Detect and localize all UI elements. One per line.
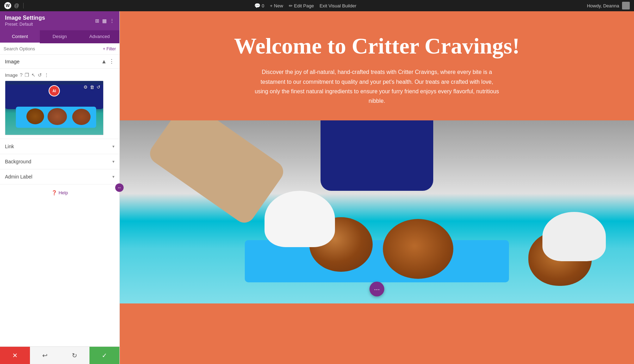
image-section-title: Image	[5, 58, 20, 64]
howdy-text: Howdy, Deanna	[587, 3, 619, 8]
link-section[interactable]: Link ▾	[0, 139, 119, 154]
comments-icon[interactable]: 💬 0	[254, 3, 264, 8]
save-icon: ✓	[102, 352, 107, 359]
top-bar: W @ 💬 0 + New ✏ Edit Page Exit Visual Bu…	[0, 0, 634, 11]
sidebar: Image Settings Preset: Default ⊞ ▦ ⋮ Con…	[0, 11, 120, 364]
sidebar-header-icons: ⊞ ▦ ⋮	[95, 18, 114, 24]
collapse-icon[interactable]: ▲	[101, 58, 107, 65]
glove-right	[542, 212, 606, 261]
admin-label-chevron: ▾	[112, 174, 114, 179]
admin-label-section[interactable]: Admin Label ▾	[0, 169, 119, 184]
tab-content[interactable]: Content	[0, 30, 40, 43]
wordpress-logo[interactable]: W	[4, 2, 11, 9]
fullscreen-icon[interactable]: ⊞	[95, 18, 99, 24]
comment-count: 0	[262, 3, 264, 8]
person-torso	[321, 120, 433, 191]
resize-handle[interactable]: ↔	[115, 183, 124, 192]
image-reset-icon[interactable]: ↺	[38, 72, 42, 78]
main-image-scene	[120, 120, 634, 303]
admin-label-label: Admin Label	[5, 174, 32, 180]
background-label: Background	[5, 159, 31, 164]
image-settings-overlay-icon[interactable]: ⚙	[83, 84, 88, 90]
fab-icon: ···	[374, 285, 380, 293]
sidebar-preset[interactable]: Preset: Default	[5, 22, 45, 27]
top-bar-left: W @	[4, 2, 19, 9]
undo-button[interactable]: ↩	[30, 347, 60, 364]
sidebar-title: Image Settings	[5, 15, 45, 21]
hero-title: Welcome to Critter Cravings!	[234, 33, 520, 59]
image-label: Image	[5, 73, 18, 78]
ai-badge[interactable]: AI	[49, 85, 60, 96]
plus-icon: +	[270, 3, 273, 8]
big-cookie-2	[383, 219, 453, 279]
content-area: Welcome to Critter Cravings! Discover th…	[120, 11, 634, 364]
image-section-icons: ▲ ⋮	[101, 58, 114, 65]
link-chevron: ▾	[112, 144, 114, 149]
help-icon: ❓	[51, 190, 57, 195]
image-cursor-icon[interactable]: ↖	[31, 72, 36, 78]
image-delete-overlay-icon[interactable]: 🗑	[90, 84, 94, 90]
top-bar-center: 💬 0 + New ✏ Edit Page Exit Visual Builde…	[28, 3, 583, 8]
image-more-icon[interactable]: ⋮	[44, 72, 49, 78]
image-revert-overlay-icon[interactable]: ↺	[97, 84, 100, 90]
image-label-row: Image ? ❐ ↖ ↺ ⋮	[5, 72, 114, 78]
new-label: New	[274, 3, 283, 8]
cookie-1	[26, 108, 44, 124]
pencil-icon: ✏	[289, 3, 293, 8]
top-bar-right: Howdy, Deanna	[587, 2, 630, 10]
layout-icon[interactable]: ▦	[102, 18, 107, 24]
link-label: Link	[5, 144, 14, 149]
bottom-toolbar: ✕ ↩ ↻ ✓	[0, 346, 119, 364]
exit-visual-builder-button[interactable]: Exit Visual Builder	[319, 3, 356, 8]
cookie-2	[48, 108, 67, 125]
background-section[interactable]: Background ▾	[0, 154, 119, 169]
main-layout: Image Settings Preset: Default ⊞ ▦ ⋮ Con…	[0, 11, 634, 364]
image-help-icon[interactable]: ?	[20, 72, 23, 78]
new-button[interactable]: + New	[270, 3, 283, 8]
section-more-icon[interactable]: ⋮	[109, 58, 114, 65]
hero-description: Discover the joy of all-natural, hand-cr…	[254, 67, 500, 106]
help-label: Help	[58, 190, 68, 195]
help-link[interactable]: ❓ Help	[6, 190, 114, 195]
cookie-3	[72, 109, 91, 125]
tab-design[interactable]: Design	[40, 30, 80, 43]
search-input[interactable]	[4, 46, 101, 51]
user-avatar[interactable]	[622, 2, 630, 10]
filter-button[interactable]: + Filter	[103, 46, 116, 51]
sidebar-header: Image Settings Preset: Default ⊞ ▦ ⋮	[0, 11, 119, 30]
image-copy-icon[interactable]: ❐	[25, 72, 29, 78]
more-icon[interactable]: ⋮	[110, 18, 114, 24]
sidebar-content: Image ▲ ⋮ Image ? ❐ ↖ ↺ ⋮	[0, 55, 119, 346]
redo-icon: ↻	[72, 352, 77, 359]
background-chevron: ▾	[112, 159, 114, 164]
image-section: Image ? ❐ ↖ ↺ ⋮ AI	[0, 69, 119, 139]
undo-icon: ↩	[42, 352, 48, 359]
glove-left	[265, 191, 335, 247]
cancel-button[interactable]: ✕	[0, 347, 30, 364]
at-icon[interactable]: @	[14, 3, 19, 8]
main-image-area: ···	[120, 120, 634, 303]
tab-advanced[interactable]: Advanced	[80, 30, 119, 43]
sidebar-tabs: Content Design Advanced	[0, 30, 119, 43]
separator	[23, 3, 24, 8]
sidebar-header-text: Image Settings Preset: Default	[5, 15, 45, 27]
edit-page-button[interactable]: ✏ Edit Page	[289, 3, 314, 8]
help-section: ❓ Help	[0, 184, 119, 201]
floating-action-button[interactable]: ···	[369, 282, 384, 296]
hero-section: Welcome to Critter Cravings! Discover th…	[120, 11, 634, 120]
image-section-header[interactable]: Image ▲ ⋮	[0, 55, 119, 69]
filter-label: + Filter	[103, 46, 116, 51]
save-button[interactable]: ✓	[89, 347, 119, 364]
exit-builder-label: Exit Visual Builder	[319, 3, 356, 8]
image-overlay-icons: ⚙ 🗑 ↺	[83, 84, 100, 90]
redo-button[interactable]: ↻	[60, 347, 90, 364]
cancel-icon: ✕	[12, 352, 18, 359]
resize-icon: ↔	[117, 185, 122, 190]
comment-bubble: 💬	[254, 3, 260, 8]
edit-page-label: Edit Page	[294, 3, 314, 8]
image-preview[interactable]: AI ⚙ 🗑 ↺	[5, 81, 104, 135]
search-bar: + Filter	[0, 43, 119, 55]
